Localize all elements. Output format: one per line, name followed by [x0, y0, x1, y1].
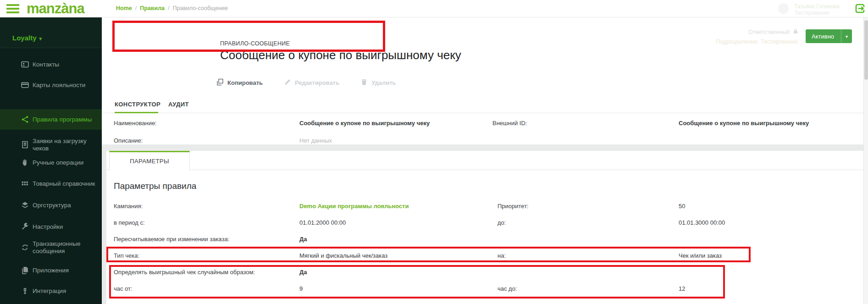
status-label: Активно	[806, 33, 834, 40]
contacts-icon	[21, 61, 29, 68]
field-value: Сообщение о купоне по выигрышному чеку	[679, 120, 809, 127]
sidebar-item-contacts[interactable]: Контакты	[0, 54, 102, 75]
page-title: Сообщение о купоне по выигрышному чеку	[220, 48, 461, 62]
sidebar: Loyalty▾ Контакты Карты лояльности Прави…	[0, 17, 102, 304]
parameters-card: ПАРАМЕТРЫ Параметры правила Кампания: De…	[106, 151, 863, 304]
sidebar-item-settings[interactable]: Настройки	[0, 216, 102, 237]
sidebar-item-transactional-messages[interactable]: Транзакционные сообщения	[0, 235, 102, 260]
field-value: Сообщение о купоне по выигрышному чеку	[299, 120, 430, 127]
field-value-empty: Нет данных	[299, 137, 332, 144]
breadcrumb-rules[interactable]: Правила	[140, 5, 165, 11]
summary-row-name: Наименование: Сообщение о купоне по выиг…	[102, 115, 868, 132]
scrollbar-thumb[interactable]	[864, 20, 868, 80]
breadcrumb-current: Правило-сообщение	[173, 5, 228, 11]
active-tab-indicator	[115, 112, 158, 113]
division-label: Подразделение: Тестирование	[697, 39, 798, 45]
wrench-icon	[21, 223, 29, 231]
chevron-down-icon: ▾	[841, 29, 852, 43]
rule-kicker: ПРАВИЛО-СООБЩЕНИЕ	[220, 40, 290, 47]
lock-icon	[793, 28, 798, 35]
sidebar-item-applications[interactable]: Приложения	[0, 260, 102, 281]
sidebar-section-loyalty[interactable]: Loyalty▾	[12, 34, 42, 42]
sidebar-item-product-catalog[interactable]: Товарный справочник	[0, 173, 102, 194]
parameters-tab-row: ПАРАМЕТРЫ	[106, 151, 863, 170]
hamburger-icon[interactable]	[6, 4, 19, 13]
sidebar-item-program-rules[interactable]: Правила программы	[0, 109, 102, 130]
constructor-tabs: КОНСТРУКТОР АУДИТ	[102, 98, 868, 113]
section-divider	[102, 144, 868, 151]
param-row-random-winner: Определять выигрышный чек случайным обра…	[106, 264, 863, 281]
exit-icon[interactable]	[855, 3, 866, 14]
brand-logo[interactable]: manzàna	[27, 0, 84, 17]
edit-button[interactable]: Редактировать	[284, 77, 339, 88]
param-row-recalc: Пересчитываемое при изменении заказа: Да	[106, 231, 863, 248]
left-gutter	[102, 144, 106, 304]
sidebar-item-integration[interactable]: Интеграция	[0, 281, 102, 301]
param-row-period: в период с: 01.01.2000 00:00 до: 01.01.3…	[106, 215, 863, 231]
user-name: Татьяна Голикова	[794, 3, 858, 10]
integration-icon	[21, 287, 29, 295]
tab-audit[interactable]: АУДИТ	[168, 101, 189, 108]
rule-header-card: ПРАВИЛО-СООБЩЕНИЕ Сообщение о купоне по …	[102, 17, 868, 144]
toolbar: Копировать Редактировать Удалить	[216, 77, 396, 88]
sidebar-section-header: Loyalty▾	[0, 17, 102, 48]
loyalty-card-icon	[21, 81, 29, 89]
section-heading: Параметры правила	[114, 181, 196, 191]
delete-button[interactable]: Удалить	[360, 77, 396, 88]
sidebar-item-orgstructure[interactable]: Оргструктура	[0, 195, 102, 216]
tab-parameters[interactable]: ПАРАМЕТРЫ	[109, 151, 190, 171]
copy-button[interactable]: Копировать	[216, 77, 263, 88]
pages-icon	[21, 266, 29, 274]
layers-icon	[21, 201, 29, 209]
sidebar-item-loyalty-cards[interactable]: Карты лояльности	[0, 75, 102, 95]
app-window: manzàna Home/Правила/Правило-сообщение Т…	[0, 0, 868, 304]
param-row-campaign: Кампания: Demo Акции программы лояльност…	[106, 198, 863, 215]
sidebar-item-import[interactable]: Импорт	[0, 302, 102, 304]
receipt-upload-icon	[21, 141, 29, 149]
sidebar-item-manual-operations[interactable]: Ручные операции	[0, 152, 102, 173]
refresh-icon	[21, 243, 29, 251]
avatar	[778, 3, 789, 14]
hand-icon	[21, 159, 29, 166]
breadcrumb: Home/Правила/Правило-сообщение	[116, 5, 228, 11]
vertical-scrollbar[interactable]	[863, 17, 868, 304]
user-department: Тестирование	[794, 10, 858, 16]
status-button[interactable]: Активно ▾	[806, 29, 852, 43]
chevron-down-icon: ▾	[39, 36, 42, 41]
field-label: Наименование:	[114, 120, 157, 127]
grid-icon	[21, 180, 29, 188]
tab-constructor[interactable]: КОНСТРУКТОР	[115, 101, 160, 108]
top-header: manzàna Home/Правила/Правило-сообщение Т…	[0, 0, 868, 17]
rules-icon	[21, 116, 29, 123]
field-label: Описание:	[114, 137, 143, 144]
param-row-check-type: Тип чека: Мягкий и фискальный чек/заказ …	[106, 248, 863, 264]
trash-icon	[360, 78, 368, 87]
param-row-hours: час от: 9 час до: 12	[106, 281, 863, 297]
edit-icon	[284, 78, 291, 87]
breadcrumb-home[interactable]: Home	[116, 5, 132, 11]
copy-icon	[216, 78, 224, 87]
field-label: Внешний ID:	[492, 120, 527, 127]
campaign-link[interactable]: Demo Акции программы лояльности	[299, 203, 409, 210]
responsible-label: Ответственный:	[724, 28, 798, 35]
